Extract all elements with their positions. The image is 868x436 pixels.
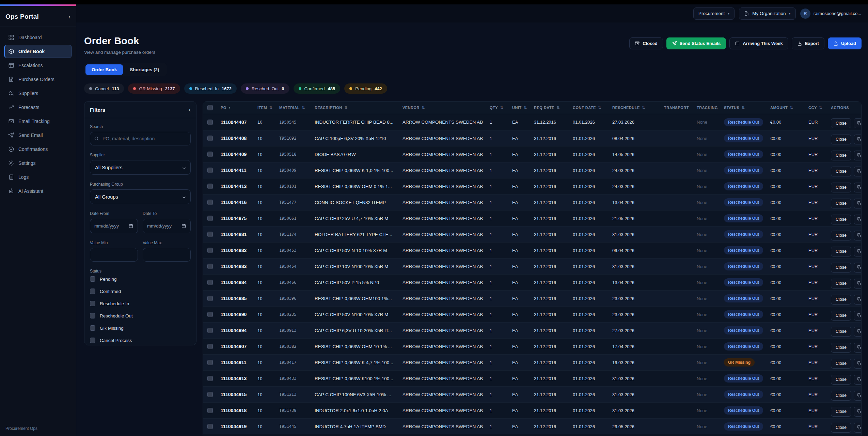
checkbox[interactable] <box>90 338 95 343</box>
copy-button[interactable] <box>854 118 862 128</box>
close-button[interactable]: Close <box>831 359 851 369</box>
summary-chip-resched-out[interactable]: Resched. Out 0 <box>241 83 289 94</box>
copy-button[interactable] <box>854 263 862 272</box>
user-menu[interactable]: R raimosoone@gmail.co... <box>800 9 861 19</box>
close-button[interactable]: Close <box>831 423 851 433</box>
row-checkbox[interactable] <box>207 248 213 253</box>
summary-chip-gr-missing[interactable]: GR Missing 2137 <box>128 83 180 94</box>
copy-button[interactable] <box>854 215 862 224</box>
close-button[interactable]: Close <box>831 375 851 385</box>
copy-button[interactable] <box>854 135 862 144</box>
column-header-qty[interactable]: QTY⇅ <box>486 106 508 110</box>
column-header-unit[interactable]: UNIT⇅ <box>508 106 530 110</box>
search-input[interactable] <box>90 132 191 145</box>
copy-button[interactable] <box>854 391 862 401</box>
checkbox[interactable] <box>90 289 95 294</box>
copy-button[interactable] <box>854 231 862 240</box>
close-button[interactable]: Close <box>831 343 851 353</box>
checkbox[interactable] <box>90 276 95 282</box>
column-header-ccy[interactable]: CCY⇅ <box>804 106 827 110</box>
status-checkbox-gr-missing[interactable]: GR Missing <box>90 325 191 331</box>
row-checkbox[interactable] <box>207 168 213 173</box>
copy-button[interactable] <box>854 343 862 353</box>
row-checkbox[interactable] <box>207 280 213 285</box>
row-checkbox[interactable] <box>207 296 213 301</box>
row-checkbox[interactable] <box>207 232 213 237</box>
column-header-status[interactable]: STATUS⇅ <box>720 106 766 110</box>
column-header-req_date[interactable]: REQ DATE⇅ <box>530 106 569 110</box>
tab-shortages-2[interactable]: Shortages (2) <box>124 64 165 75</box>
row-checkbox[interactable] <box>207 152 213 157</box>
copy-button[interactable] <box>854 407 862 417</box>
closed-button[interactable]: Closed <box>629 37 663 49</box>
column-header-conf_date[interactable]: CONF DATE⇅ <box>569 106 608 110</box>
summary-chip-resched-in[interactable]: Resched. In 1672 <box>184 83 237 94</box>
column-header-reschedule[interactable]: RESCHEDULE⇅ <box>608 106 660 110</box>
sidebar-item-confirmations[interactable]: Confirmations <box>4 143 72 156</box>
row-checkbox[interactable] <box>207 312 213 317</box>
sidebar-item-escalations[interactable]: Escalations <box>4 59 72 72</box>
close-button[interactable]: Close <box>831 311 851 321</box>
close-button[interactable]: Close <box>831 295 851 305</box>
close-button[interactable]: Close <box>831 135 851 144</box>
column-header-amount[interactable]: AMOUNT⇅ <box>766 106 804 110</box>
sidebar-item-forecasts[interactable]: Forecasts <box>4 101 72 114</box>
date-to-input[interactable]: mm/dd/yyyy <box>143 219 191 233</box>
export-button[interactable]: Export <box>792 37 824 49</box>
copy-button[interactable] <box>854 295 862 305</box>
column-header-material[interactable]: MATERIAL⇅ <box>275 106 311 110</box>
sidebar-item-order-book[interactable]: Order Book <box>4 45 72 58</box>
sidebar-item-suppliers[interactable]: Suppliers <box>4 87 72 100</box>
row-checkbox[interactable] <box>207 408 213 413</box>
close-button[interactable]: Close <box>831 327 851 337</box>
row-checkbox[interactable] <box>207 328 213 333</box>
copy-button[interactable] <box>854 199 862 208</box>
sidebar-item-ai-assistant[interactable]: AI Assistant <box>4 185 72 198</box>
sidebar-item-purchase-orders[interactable]: Purchase Orders <box>4 73 72 86</box>
row-checkbox[interactable] <box>207 120 213 125</box>
sidebar-collapse-icon[interactable]: ‹ <box>68 14 70 20</box>
arriving-this-week-button[interactable]: Arriving This Week <box>729 37 788 49</box>
date-from-input[interactable]: mm/dd/yyyy <box>90 219 138 233</box>
copy-button[interactable] <box>854 423 862 433</box>
purchasing-group-select[interactable]: All Groups <box>90 189 191 204</box>
status-checkbox-confirmed[interactable]: Confirmed <box>90 289 191 294</box>
row-checkbox[interactable] <box>207 376 213 381</box>
copy-button[interactable] <box>854 151 862 160</box>
close-button[interactable]: Close <box>831 391 851 401</box>
copy-button[interactable] <box>854 279 862 289</box>
checkbox[interactable] <box>90 301 95 306</box>
row-checkbox[interactable] <box>207 216 213 221</box>
status-checkbox-pending[interactable]: Pending <box>90 276 191 282</box>
select-all-checkbox[interactable] <box>207 105 213 110</box>
row-checkbox[interactable] <box>207 136 213 141</box>
checkbox[interactable] <box>90 313 95 318</box>
upload-button[interactable]: Upload <box>828 37 862 49</box>
tab-order-book[interactable]: Order Book <box>85 64 123 75</box>
column-header-po[interactable]: PO↑ <box>217 106 253 110</box>
column-header-vendor[interactable]: VENDOR⇅ <box>398 106 486 110</box>
send-status-emails-button[interactable]: Send Status Emails <box>666 37 726 49</box>
summary-chip-confirmed[interactable]: Confirmed 485 <box>294 83 341 94</box>
summary-chip-cancel[interactable]: Cancel 113 <box>84 83 124 94</box>
sidebar-item-dashboard[interactable]: Dashboard <box>4 31 72 44</box>
sidebar-item-send-email[interactable]: Send Email <box>4 129 72 142</box>
status-checkbox-reschedule-in[interactable]: Reschedule In <box>90 301 191 306</box>
close-button[interactable]: Close <box>831 199 851 208</box>
row-checkbox[interactable] <box>207 200 213 205</box>
sidebar-item-settings[interactable]: Settings <box>4 157 72 170</box>
supplier-select[interactable]: All Suppliers <box>90 160 191 175</box>
close-button[interactable]: Close <box>831 263 851 272</box>
filters-collapse-icon[interactable]: ‹ <box>189 107 191 113</box>
close-button[interactable]: Close <box>831 183 851 192</box>
copy-button[interactable] <box>854 375 862 385</box>
status-checkbox-cancel-process[interactable]: Cancel Process <box>90 338 191 343</box>
close-button[interactable]: Close <box>831 247 851 256</box>
value-min-input[interactable] <box>90 248 138 262</box>
organization-dropdown[interactable]: My Organization ▾ <box>739 7 795 20</box>
checkbox[interactable] <box>90 325 95 331</box>
close-button[interactable]: Close <box>831 279 851 289</box>
close-button[interactable]: Close <box>831 215 851 224</box>
status-checkbox-reschedule-out[interactable]: Reschedule Out <box>90 313 191 318</box>
close-button[interactable]: Close <box>831 118 851 128</box>
